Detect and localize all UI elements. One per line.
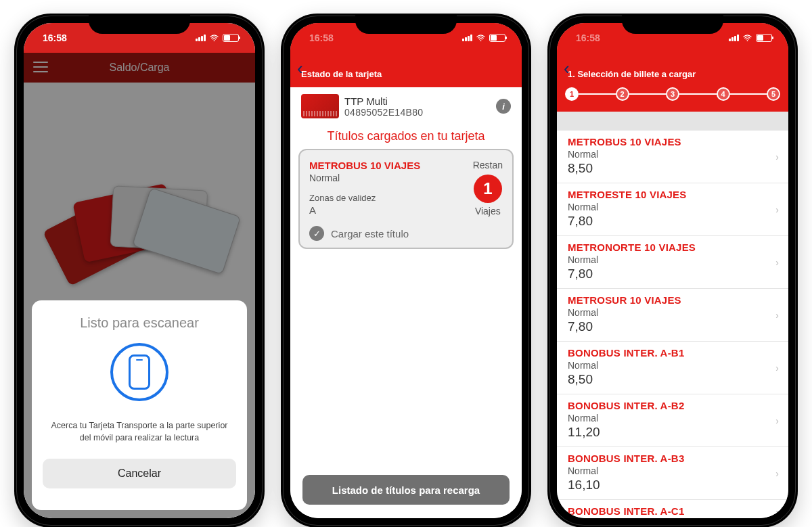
battery-icon — [223, 34, 239, 42]
loaded-tickets-title: Títulos cargados en tu tarjeta — [297, 121, 515, 149]
ticket-name: BONOBUS INTER. A-B1 — [568, 347, 777, 359]
back-button[interactable]: ‹ — [297, 58, 303, 79]
ticket-option[interactable]: METROSUR 10 VIAJESNormal7,80› — [557, 289, 788, 342]
zone-value: A — [309, 204, 473, 216]
ticket-name: BONOBUS INTER. A-C1 — [568, 505, 777, 517]
info-icon[interactable]: i — [496, 99, 511, 114]
card-number: 04895052E14B80 — [344, 107, 491, 118]
cellular-icon — [462, 35, 472, 41]
step-3[interactable]: 3 — [666, 87, 679, 101]
ticket-subtype: Normal — [568, 202, 777, 212]
section-title: 1. Selección de billete a cargar — [557, 53, 788, 83]
ticket-option[interactable]: METRONORTE 10 VIAJESNormal7,80› — [557, 236, 788, 289]
cellular-icon — [729, 35, 739, 41]
step-5[interactable]: 5 — [767, 87, 780, 101]
svg-point-0 — [214, 40, 215, 41]
scan-instruction: Acerca tu Tarjeta Transporte a la parte … — [43, 420, 236, 444]
scan-title: Listo para escanear — [80, 315, 199, 331]
ticket-subtype: Normal — [568, 254, 777, 265]
step-1[interactable]: 1 — [565, 87, 579, 101]
chevron-right-icon: › — [775, 204, 779, 215]
status-icons — [462, 34, 505, 42]
chevron-right-icon: › — [775, 310, 779, 321]
ticket-option[interactable]: BONOBUS INTER. A-C1› — [557, 500, 788, 518]
scan-animation — [110, 343, 168, 401]
cancel-button[interactable]: Cancelar — [43, 459, 236, 488]
stepper: 12345 — [557, 83, 788, 108]
ticket-subtype: Normal — [568, 307, 777, 318]
chevron-right-icon: › — [775, 152, 779, 162]
ticket-option[interactable]: METROESTE 10 VIAJESNormal7,80› — [557, 183, 788, 236]
trips-remaining-badge: 1 — [474, 175, 502, 203]
ticket-price: 7,80 — [568, 214, 777, 229]
ticket-name: METROSUR 10 VIAJES — [568, 294, 777, 306]
ticket-name: METROBUS 10 VIAJES — [568, 136, 777, 147]
ticket-card: METROBUS 10 VIAJES Normal Zonas de valid… — [298, 149, 514, 249]
section-title: Estado de la tarjeta — [290, 53, 522, 83]
ticket-list[interactable]: METROBUS 10 VIAJESNormal8,50›METROESTE 1… — [557, 131, 788, 518]
step-connector — [579, 93, 616, 95]
status-time: 16:58 — [43, 32, 67, 43]
chevron-right-icon: › — [775, 468, 779, 479]
ticket-option[interactable]: BONOBUS INTER. A-B3Normal16,10› — [557, 447, 788, 500]
check-icon: ✓ — [309, 226, 324, 241]
svg-point-2 — [747, 40, 748, 41]
status-time: 16:58 — [576, 32, 600, 43]
zone-label: Zonas de validez — [309, 193, 473, 203]
device-mockup-3: 16:58 ◀ App Store ‹ 1. Selección de bill… — [547, 14, 798, 527]
card-name: TTP Multi — [344, 95, 491, 107]
card-summary-row: TTP Multi 04895052E14B80 i — [297, 91, 515, 121]
chevron-right-icon: › — [775, 257, 779, 268]
wifi-icon — [209, 34, 219, 42]
cellular-icon — [196, 35, 206, 41]
battery-icon — [756, 34, 772, 42]
device-mockup-1: 16:58 Saldo/Carga Listo para escanear — [14, 14, 265, 527]
ticket-name: METRONORTE 10 VIAJES — [568, 242, 777, 253]
chevron-right-icon: › — [775, 507, 779, 518]
battery-icon — [489, 34, 505, 42]
step-2[interactable]: 2 — [616, 87, 629, 101]
ticket-subtype: Normal — [309, 173, 473, 183]
status-icons — [196, 34, 239, 42]
ticket-option[interactable]: BONOBUS INTER. A-B1Normal8,50› — [557, 342, 788, 394]
card-thumbnail — [301, 94, 339, 118]
ticket-price: 7,80 — [568, 267, 777, 281]
step-4[interactable]: 4 — [717, 87, 730, 101]
step-connector — [679, 93, 717, 95]
status-time: 16:58 — [309, 32, 334, 43]
phone-icon — [129, 354, 150, 390]
device-mockup-2: 16:58 ◀ App Store ‹ Estado de la tarjeta… — [281, 14, 531, 527]
load-ticket-row[interactable]: ✓ Cargar este título — [309, 216, 503, 241]
spacer — [557, 112, 788, 131]
ticket-price: 7,80 — [568, 319, 777, 334]
load-ticket-label: Cargar este título — [331, 228, 409, 239]
wifi-icon — [742, 34, 752, 42]
ticket-name: METROESTE 10 VIAJES — [568, 189, 777, 200]
ticket-name: BONOBUS INTER. A-B3 — [568, 453, 777, 464]
trips-label: Viajes — [473, 206, 503, 216]
wifi-icon — [476, 34, 486, 42]
remaining-label: Restan — [473, 160, 503, 170]
chevron-right-icon: › — [775, 363, 779, 373]
status-icons — [729, 34, 772, 42]
ticket-price: 16,10 — [568, 478, 777, 492]
step-connector — [730, 93, 767, 95]
nfc-scan-sheet: Listo para escanear Acerca tu Tarjeta Tr… — [32, 300, 247, 510]
ticket-price: 8,50 — [568, 372, 777, 387]
list-tickets-button[interactable]: Listado de títulos para recarga — [302, 475, 510, 505]
ticket-subtype: Normal — [568, 465, 777, 476]
ticket-subtype: Normal — [568, 149, 777, 160]
ticket-subtype: Normal — [568, 413, 777, 423]
ticket-subtype: Normal — [568, 360, 777, 371]
ticket-option[interactable]: BONOBUS INTER. A-B2Normal11,20› — [557, 394, 788, 447]
step-connector — [629, 93, 667, 95]
ticket-price: 8,50 — [568, 161, 777, 176]
back-button[interactable]: ‹ — [564, 58, 570, 79]
ticket-option[interactable]: METROBUS 10 VIAJESNormal8,50› — [557, 131, 788, 183]
chevron-right-icon: › — [775, 415, 779, 426]
ticket-name: METROBUS 10 VIAJES — [309, 160, 473, 171]
svg-point-1 — [480, 40, 482, 41]
ticket-price: 11,20 — [568, 425, 777, 440]
ticket-name: BONOBUS INTER. A-B2 — [568, 400, 777, 411]
